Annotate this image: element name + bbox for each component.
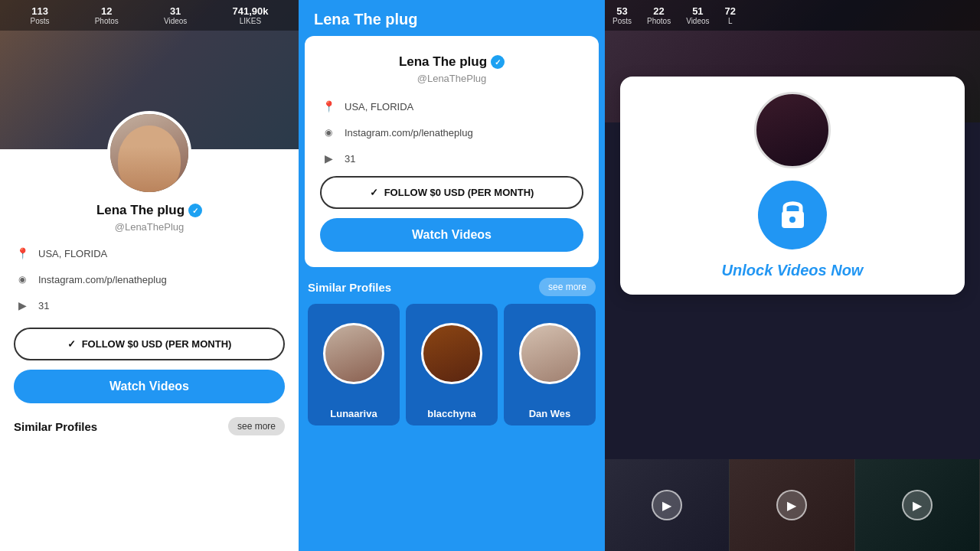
username-section: Lena The plug ✓ bbox=[14, 203, 285, 218]
stat-posts: 113 Posts bbox=[31, 5, 50, 25]
center-see-more-button[interactable]: see more bbox=[539, 278, 596, 296]
profile-3-image-area bbox=[504, 304, 596, 403]
stat-photos: 12 Photos bbox=[95, 5, 119, 25]
center-location-row: 📍 USA, FLORIDA bbox=[320, 98, 583, 115]
right-stat-posts-label: Posts bbox=[612, 17, 632, 25]
video-icon: ▶ bbox=[14, 297, 31, 314]
stat-videos-label: Videos bbox=[164, 17, 187, 25]
right-avatar bbox=[754, 92, 831, 168]
center-verified-icon: ✓ bbox=[491, 55, 505, 69]
center-instagram-link: Instagram.com/p/lenatheplug bbox=[345, 127, 473, 139]
play-icon-3: ▶ bbox=[902, 490, 933, 520]
video-thumb-2[interactable]: ▶ bbox=[730, 459, 854, 551]
verified-icon: ✓ bbox=[188, 204, 202, 217]
right-stat-videos-number: 51 bbox=[686, 5, 709, 17]
profile-1-avatar bbox=[323, 323, 384, 384]
right-stat-videos-label: Videos bbox=[686, 17, 709, 25]
stat-likes-label: LIKES bbox=[232, 17, 268, 25]
stat-likes-number: 741,90k bbox=[232, 5, 268, 17]
right-stat-photos: 22 Photos bbox=[647, 5, 671, 25]
center-watch-button[interactable]: Watch Videos bbox=[320, 218, 583, 252]
unlock-card[interactable]: Unlock Videos Now bbox=[620, 77, 965, 295]
play-icon-1: ▶ bbox=[652, 490, 682, 520]
profile-3-name: Dan Wes bbox=[504, 403, 596, 425]
see-more-button[interactable]: see more bbox=[228, 417, 285, 435]
profile-2-name: blacchyna bbox=[406, 403, 498, 425]
center-instagram-row: ◉ Instagram.com/p/lenatheplug bbox=[320, 124, 583, 141]
follow-button[interactable]: ✓ FOLLOW $0 USD (PER MONTH) bbox=[14, 328, 285, 360]
profile-2-avatar bbox=[421, 323, 482, 384]
center-profile-card: Lena The plug ✓ @LenaThePlug 📍 USA, FLOR… bbox=[305, 36, 599, 267]
videos-row: ▶ 31 bbox=[14, 297, 285, 314]
center-handle: @LenaThePlug bbox=[320, 73, 583, 84]
center-header: Lena The plug bbox=[299, 0, 605, 36]
avatar-image bbox=[110, 114, 188, 192]
right-stat-videos: 51 Videos bbox=[686, 5, 709, 25]
center-video-icon: ▶ bbox=[320, 150, 337, 167]
similar-profile-3[interactable]: Dan Wes bbox=[504, 304, 596, 425]
similar-profiles-title: Similar Profiles bbox=[14, 420, 97, 433]
similar-profiles-header: Similar Profiles see more bbox=[14, 417, 285, 435]
left-stats-bar: 113 Posts 12 Photos 31 Videos 741,90k LI… bbox=[0, 0, 299, 31]
video-thumb-3[interactable]: ▶ bbox=[855, 459, 980, 551]
video-count: 31 bbox=[38, 300, 49, 311]
center-location-icon: 📍 bbox=[320, 98, 337, 115]
right-stat-posts-number: 53 bbox=[612, 5, 632, 17]
location-text: USA, FLORIDA bbox=[38, 248, 107, 259]
center-display-name: Lena The plug ✓ bbox=[399, 54, 505, 70]
instagram-row: ◉ Instagram.com/p/lenatheplug bbox=[14, 271, 285, 288]
profile-1-name: Lunaariva bbox=[308, 403, 400, 425]
left-panel: 113 Posts 12 Photos 31 Videos 741,90k LI… bbox=[0, 0, 299, 551]
center-video-count: 31 bbox=[345, 153, 355, 165]
center-follow-label: FOLLOW $0 USD (PER MONTH) bbox=[384, 187, 534, 198]
similar-profile-1[interactable]: Lunaariva bbox=[308, 304, 400, 425]
profile-1-image-area bbox=[308, 304, 400, 403]
stat-likes: 741,90k LIKES bbox=[232, 5, 268, 25]
center-similar-section: Similar Profiles see more Lunaariva blac… bbox=[299, 267, 605, 425]
svg-point-1 bbox=[789, 217, 795, 223]
stat-posts-label: Posts bbox=[31, 17, 50, 25]
center-camera-icon: ◉ bbox=[320, 124, 337, 141]
right-stat-likes: 72 L bbox=[725, 5, 736, 25]
similar-profiles-list: Lunaariva blacchyna Dan Wes bbox=[308, 304, 596, 425]
video-thumb-1[interactable]: ▶ bbox=[605, 459, 730, 551]
right-stats-bar: 53 Posts 22 Photos 51 Videos 72 L bbox=[605, 0, 980, 31]
center-videos-row: ▶ 31 bbox=[320, 150, 583, 167]
similar-profile-2[interactable]: blacchyna bbox=[406, 304, 498, 425]
profile-2-image-area bbox=[406, 304, 498, 403]
center-similar-header: Similar Profiles see more bbox=[308, 278, 596, 296]
right-stat-photos-number: 22 bbox=[647, 5, 671, 17]
center-title: Lena The plug bbox=[314, 11, 418, 28]
lock-icon bbox=[776, 196, 810, 234]
center-similar-title: Similar Profiles bbox=[308, 281, 391, 294]
right-stat-posts: 53 Posts bbox=[612, 5, 632, 25]
stat-photos-number: 12 bbox=[95, 5, 119, 17]
center-location-text: USA, FLORIDA bbox=[345, 101, 413, 112]
unlock-text: Unlock Videos Now bbox=[722, 262, 864, 279]
handle: @LenaThePlug bbox=[14, 221, 285, 233]
instagram-link: Instagram.com/p/lenatheplug bbox=[38, 274, 167, 285]
check-icon: ✓ bbox=[67, 338, 76, 350]
center-follow-button[interactable]: ✓ FOLLOW $0 USD (PER MONTH) bbox=[320, 176, 583, 209]
stat-videos: 31 Videos bbox=[164, 5, 187, 25]
display-name: Lena The plug ✓ bbox=[96, 203, 202, 218]
location-icon: 📍 bbox=[14, 245, 31, 262]
center-check-icon: ✓ bbox=[370, 187, 378, 198]
center-panel: Lena The plug Lena The plug ✓ @LenaThePl… bbox=[299, 0, 605, 551]
location-row: 📍 USA, FLORIDA bbox=[14, 245, 285, 262]
right-stat-photos-label: Photos bbox=[647, 17, 671, 25]
stat-posts-number: 113 bbox=[31, 5, 50, 17]
stat-videos-number: 31 bbox=[164, 5, 187, 17]
right-panel: 53 Posts 22 Photos 51 Videos 72 L bbox=[605, 0, 980, 551]
right-stat-likes-number: 72 bbox=[725, 5, 736, 17]
stat-photos-label: Photos bbox=[95, 17, 119, 25]
profile-details: Lena The plug ✓ @LenaThePlug 📍 USA, FLOR… bbox=[0, 149, 299, 551]
lock-button[interactable] bbox=[758, 181, 827, 249]
play-icon-2: ▶ bbox=[776, 490, 807, 520]
center-name-row: Lena The plug ✓ bbox=[320, 54, 583, 70]
video-thumbnails: ▶ ▶ ▶ bbox=[605, 459, 980, 551]
camera-icon: ◉ bbox=[14, 271, 31, 288]
avatar bbox=[107, 111, 191, 195]
watch-videos-button[interactable]: Watch Videos bbox=[14, 370, 285, 403]
watch-btn-label: Watch Videos bbox=[109, 380, 189, 393]
